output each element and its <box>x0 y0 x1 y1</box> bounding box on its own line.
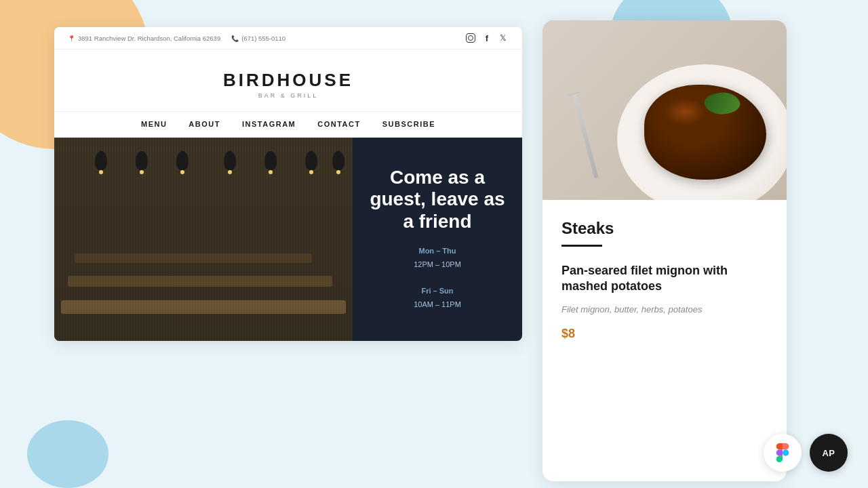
hero-section: Come as a guest, leave as a friend Mon –… <box>54 138 522 341</box>
facebook-icon[interactable] <box>481 33 492 43</box>
nav-instagram[interactable]: INSTAGRAM <box>242 120 296 128</box>
ap-button[interactable]: AP <box>810 434 848 472</box>
hero-hours: Mon – Thu 12PM – 10PM Fri – Sun 10AM – 1… <box>414 245 461 312</box>
logo-tagline: BAR & GRILL <box>68 92 509 99</box>
topbar-address: 3891 Ranchview Dr. Richardson, Californi… <box>68 35 220 42</box>
hours-label-weekday: Mon – Thu <box>414 245 461 258</box>
restaurant-bg <box>54 138 353 341</box>
figma-button[interactable] <box>764 434 802 472</box>
hero-content: Come as a guest, leave as a friend Mon –… <box>353 138 522 341</box>
topbar-phone: (671) 555-0110 <box>231 35 285 42</box>
topbar-social-icons <box>465 33 509 43</box>
food-info: Steaks Pan-seared filet mignon with mash… <box>542 200 787 354</box>
address-text: 3891 Ranchview Dr. Richardson, Californi… <box>78 35 220 42</box>
nav-about[interactable]: ABOUT <box>189 120 220 128</box>
phone-text: (671) 555-0110 <box>241 35 285 42</box>
hero-title: Come as a guest, leave as a friend <box>366 167 509 232</box>
hours-label-weekend: Fri – Sun <box>414 285 461 298</box>
hours-time-weekend: 10AM – 11PM <box>414 298 461 312</box>
ceiling-light-6 <box>305 151 317 170</box>
steak-highlight <box>665 98 705 125</box>
food-category: Steaks <box>561 219 768 238</box>
topbar: 3891 Ranchview Dr. Richardson, Californi… <box>54 27 522 49</box>
ceiling-light-4 <box>224 151 236 170</box>
nav-menu[interactable]: MENU <box>141 120 167 128</box>
food-card: Steaks Pan-seared filet mignon with mash… <box>542 20 787 481</box>
hours-time-weekday: 12PM – 10PM <box>414 258 461 272</box>
ceiling-light-1 <box>95 151 107 170</box>
hero-image <box>54 138 353 341</box>
ap-label: AP <box>822 448 835 458</box>
table-row-3 <box>75 253 312 263</box>
ceiling-light-7 <box>332 151 344 170</box>
main-container: 3891 Ranchview Dr. Richardson, Californi… <box>0 0 868 488</box>
ceiling-light-3 <box>176 151 189 170</box>
steak <box>644 85 766 180</box>
twitter-icon[interactable] <box>498 33 509 43</box>
site-nav: MENU ABOUT INSTAGRAM CONTACT SUBSCRIBE <box>54 111 522 138</box>
topbar-left: 3891 Ranchview Dr. Richardson, Californi… <box>68 35 285 42</box>
ceiling-light-2 <box>136 151 148 170</box>
logo-name: BIRDHOUSE <box>68 70 509 91</box>
bottom-buttons: AP <box>764 434 848 472</box>
nav-contact[interactable]: CONTACT <box>317 120 360 128</box>
food-item-name: Pan-seared filet mignon with mashed pota… <box>561 263 768 295</box>
ig-icon-shape <box>466 33 475 43</box>
food-price: $8 <box>561 327 768 341</box>
food-divider <box>561 245 602 247</box>
instagram-icon[interactable] <box>465 33 476 43</box>
food-description: Filet mignon, butter, herbs, potatoes <box>561 303 768 317</box>
ceiling-light-5 <box>264 151 277 170</box>
website-mockup: 3891 Ranchview Dr. Richardson, Californi… <box>54 27 522 341</box>
nav-subscribe[interactable]: SUBSCRIBE <box>382 120 435 128</box>
table-row-2 <box>68 276 332 287</box>
figma-logo-icon <box>773 443 792 462</box>
site-header: BIRDHOUSE BAR & GRILL <box>54 49 522 111</box>
food-image <box>542 20 787 200</box>
pin-icon <box>68 35 75 42</box>
table-row-1 <box>61 300 346 314</box>
phone-icon <box>231 35 239 42</box>
